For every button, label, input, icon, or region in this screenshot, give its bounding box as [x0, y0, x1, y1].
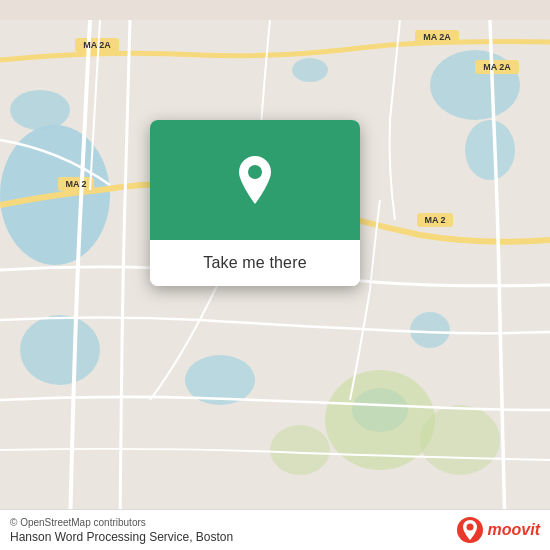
svg-point-27 — [248, 165, 262, 179]
popup-header — [150, 120, 360, 240]
location-name: Hanson Word Processing Service, Boston — [10, 530, 233, 544]
svg-text:MA 2: MA 2 — [65, 179, 86, 189]
svg-text:MA 2A: MA 2A — [483, 62, 511, 72]
svg-text:MA 2A: MA 2A — [83, 40, 111, 50]
moovit-brand-text: moovit — [488, 521, 540, 539]
svg-point-4 — [465, 120, 515, 180]
take-me-there-button[interactable]: Take me there — [150, 240, 360, 286]
svg-point-11 — [420, 405, 500, 475]
svg-point-8 — [410, 312, 450, 348]
svg-text:MA 2: MA 2 — [424, 215, 445, 225]
popup-card: Take me there — [150, 120, 360, 286]
map-container: MA 2A MA 2A MA 2A MA 2 MA 2 MA 2 MA 60 T… — [0, 0, 550, 550]
svg-point-2 — [10, 90, 70, 130]
moovit-icon — [456, 516, 484, 544]
svg-text:MA 2A: MA 2A — [423, 32, 451, 42]
map-attribution: © OpenStreetMap contributors — [10, 517, 233, 528]
location-pin-icon — [233, 154, 277, 206]
svg-point-5 — [20, 315, 100, 385]
bottom-bar: © OpenStreetMap contributors Hanson Word… — [0, 509, 550, 550]
svg-point-9 — [292, 58, 328, 82]
svg-point-29 — [466, 524, 473, 531]
svg-point-12 — [270, 425, 330, 475]
moovit-logo: moovit — [456, 516, 540, 544]
